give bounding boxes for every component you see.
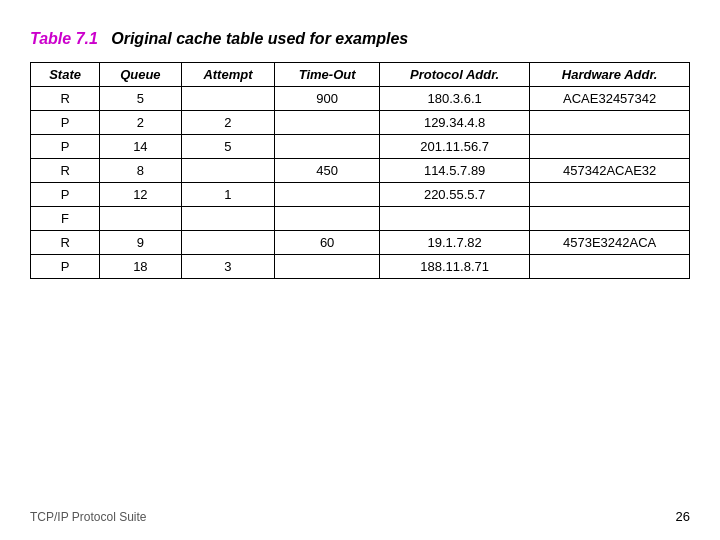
table-cell — [379, 207, 529, 231]
table-title: Table 7.1 Original cache table used for … — [30, 30, 690, 48]
header-protocol-addr: Protocol Addr. — [379, 63, 529, 87]
table-cell: F — [31, 207, 100, 231]
table-cell: 3 — [181, 255, 275, 279]
cache-table: State Queue Attempt Time-Out Protocol Ad… — [30, 62, 690, 279]
table-cell: 114.5.7.89 — [379, 159, 529, 183]
table-cell: 900 — [275, 87, 380, 111]
table-cell — [530, 111, 690, 135]
table-cell: 12 — [100, 183, 181, 207]
table-cell: 220.55.5.7 — [379, 183, 529, 207]
table-cell: 60 — [275, 231, 380, 255]
table-cell: R — [31, 87, 100, 111]
table-cell: 5 — [181, 135, 275, 159]
table-cell: 14 — [100, 135, 181, 159]
table-cell: 5 — [100, 87, 181, 111]
table-row: R96019.1.7.824573E3242ACA — [31, 231, 690, 255]
table-cell: 18 — [100, 255, 181, 279]
table-row: R5900180.3.6.1ACAE32457342 — [31, 87, 690, 111]
table-cell: R — [31, 159, 100, 183]
table-cell: P — [31, 183, 100, 207]
title-text: Original cache table used for examples — [111, 30, 408, 47]
table-cell: 1 — [181, 183, 275, 207]
table-cell: 19.1.7.82 — [379, 231, 529, 255]
table-row: P145201.11.56.7 — [31, 135, 690, 159]
table-cell: 2 — [181, 111, 275, 135]
table-cell: P — [31, 135, 100, 159]
table-cell — [530, 207, 690, 231]
table-cell — [275, 135, 380, 159]
page-number: 26 — [676, 509, 690, 524]
table-cell — [530, 135, 690, 159]
table-cell: 129.34.4.8 — [379, 111, 529, 135]
table-cell — [275, 111, 380, 135]
table-cell: R — [31, 231, 100, 255]
title-number: Table 7.1 — [30, 30, 98, 47]
table-cell — [275, 183, 380, 207]
table-row: P183188.11.8.71 — [31, 255, 690, 279]
table-cell — [181, 207, 275, 231]
table-cell — [181, 87, 275, 111]
table-row: P22129.34.4.8 — [31, 111, 690, 135]
header-timeout: Time-Out — [275, 63, 380, 87]
table-cell: P — [31, 111, 100, 135]
table-cell: 188.11.8.71 — [379, 255, 529, 279]
table-cell — [181, 159, 275, 183]
table-cell — [530, 255, 690, 279]
footer-label: TCP/IP Protocol Suite — [30, 510, 147, 524]
table-cell: 180.3.6.1 — [379, 87, 529, 111]
table-cell — [275, 207, 380, 231]
table-cell: P — [31, 255, 100, 279]
table-cell — [530, 183, 690, 207]
table-cell: ACAE32457342 — [530, 87, 690, 111]
header-attempt: Attempt — [181, 63, 275, 87]
table-cell: 8 — [100, 159, 181, 183]
table-cell: 450 — [275, 159, 380, 183]
table-cell: 9 — [100, 231, 181, 255]
header-state: State — [31, 63, 100, 87]
table-header-row: State Queue Attempt Time-Out Protocol Ad… — [31, 63, 690, 87]
table-cell — [181, 231, 275, 255]
table-row: P121220.55.5.7 — [31, 183, 690, 207]
header-queue: Queue — [100, 63, 181, 87]
table-row: R8450114.5.7.89457342ACAE32 — [31, 159, 690, 183]
table-cell — [275, 255, 380, 279]
table-cell: 457342ACAE32 — [530, 159, 690, 183]
table-cell: 201.11.56.7 — [379, 135, 529, 159]
table-row: F — [31, 207, 690, 231]
table-cell: 2 — [100, 111, 181, 135]
table-cell — [100, 207, 181, 231]
table-cell: 4573E3242ACA — [530, 231, 690, 255]
header-hardware-addr: Hardware Addr. — [530, 63, 690, 87]
